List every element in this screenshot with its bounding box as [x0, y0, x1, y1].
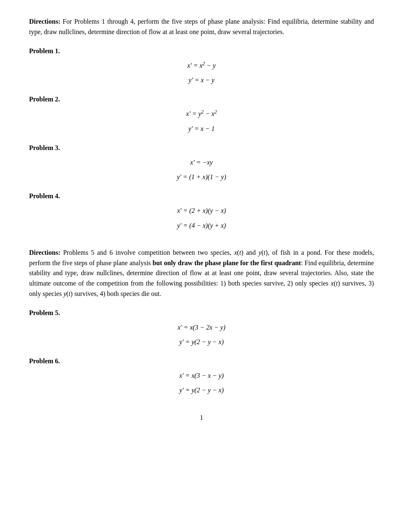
problem-4-equations: x′ = (2 + x)(y − x) y′ = (4 − x)(y + x)	[29, 203, 374, 232]
problem-5-eq2: y′ = y(2 − y − x)	[29, 335, 374, 349]
problem-4-eq2: y′ = (4 − x)(y + x)	[29, 218, 374, 233]
problem-6-eq1: x′ = x(3 − x − y)	[29, 368, 374, 383]
directions-1-text: For Problems 1 through 4, perform the fi…	[29, 18, 374, 35]
problem-6-title: Problem 6.	[29, 357, 374, 365]
problem-3-eq2: y′ = (1 + x)(1 − y)	[29, 170, 374, 184]
problem-5-eq1: x′ = x(3 − 2x − y)	[29, 320, 374, 335]
problem-3-equations: x′ = −xy y′ = (1 + x)(1 − y)	[29, 155, 374, 184]
problem-2-eq1: x′ = y2 − x2	[29, 106, 374, 121]
page-number-text: 1	[200, 414, 203, 421]
directions-1-label: Directions:	[29, 18, 60, 25]
page: Directions: For Problems 1 through 4, pe…	[29, 17, 374, 421]
problem-2-eq2: y′ = x − 1	[29, 121, 374, 136]
problem-1-eq2: y′ = x − y	[29, 73, 374, 87]
problem-2-equations: x′ = y2 − x2 y′ = x − 1	[29, 106, 374, 136]
problem-1-equations: x′ = x2 − y y′ = x − y	[29, 58, 374, 88]
directions-2: Directions: Problems 5 and 6 involve com…	[29, 248, 374, 299]
problem-2-section: Problem 2. x′ = y2 − x2 y′ = x − 1	[29, 96, 374, 136]
problem-3-title: Problem 3.	[29, 144, 374, 152]
problem-1-section: Problem 1. x′ = x2 − y y′ = x − y	[29, 47, 374, 88]
directions-2-label: Directions:	[29, 249, 60, 256]
problem-5-section: Problem 5. x′ = x(3 − 2x − y) y′ = y(2 −…	[29, 309, 374, 349]
problem-2-title: Problem 2.	[29, 96, 374, 103]
problem-6-section: Problem 6. x′ = x(3 − x − y) y′ = y(2 − …	[29, 357, 374, 397]
problem-5-title: Problem 5.	[29, 309, 374, 317]
problem-6-equations: x′ = x(3 − x − y) y′ = y(2 − y − x)	[29, 368, 374, 397]
directions-1: Directions: For Problems 1 through 4, pe…	[29, 17, 374, 37]
problem-3-section: Problem 3. x′ = −xy y′ = (1 + x)(1 − y)	[29, 144, 374, 184]
problem-1-title: Problem 1.	[29, 47, 374, 55]
problem-5-equations: x′ = x(3 − 2x − y) y′ = y(2 − y − x)	[29, 320, 374, 349]
problem-4-eq1: x′ = (2 + x)(y − x)	[29, 203, 374, 218]
problem-6-eq2: y′ = y(2 − y − x)	[29, 383, 374, 397]
directions-2-bold: but only draw the phase plane for the fi…	[152, 259, 301, 266]
problem-3-eq1: x′ = −xy	[29, 155, 374, 170]
page-number: 1	[29, 414, 374, 421]
problem-1-eq1: x′ = x2 − y	[29, 58, 374, 73]
problem-4-section: Problem 4. x′ = (2 + x)(y − x) y′ = (4 −…	[29, 192, 374, 232]
problem-4-title: Problem 4.	[29, 192, 374, 200]
